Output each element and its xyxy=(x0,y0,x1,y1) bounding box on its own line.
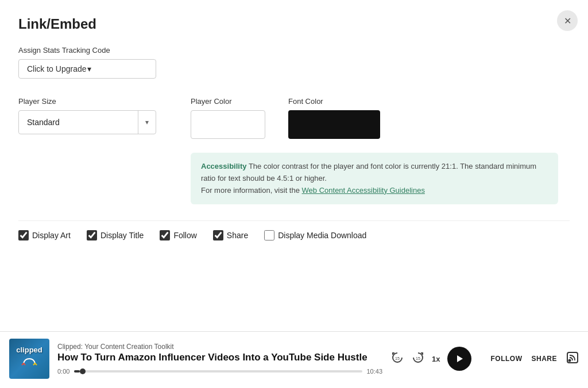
speed-button[interactable]: 1x xyxy=(432,355,440,363)
player-top: clipped Clipped: Your Content Creation T… xyxy=(9,339,579,379)
accessibility-link[interactable]: Web Content Accessibility Guidelines xyxy=(302,186,425,195)
settings-row: Player Size Standard ▾ Player Color Font… xyxy=(18,97,570,204)
player-controls: 15 15 1x xyxy=(390,347,471,371)
color-sections: Player Color Font Color Accessibility Th… xyxy=(191,97,558,204)
episode-title: How To Turn Amazon Influencer Videos Int… xyxy=(57,352,382,363)
share-checkbox[interactable] xyxy=(213,230,223,240)
share-action[interactable]: SHARE xyxy=(531,355,557,363)
album-art-inner: clipped xyxy=(9,339,49,379)
tracking-dropdown-value: Click to Upgrade xyxy=(27,64,87,73)
share-label: Share xyxy=(227,231,248,240)
rss-icon[interactable] xyxy=(566,351,579,367)
font-color-swatch[interactable] xyxy=(288,110,380,139)
accessibility-bold: Accessibility xyxy=(201,162,247,170)
svg-marker-2 xyxy=(457,355,463,362)
checkbox-display-art: Display Art xyxy=(18,230,71,240)
svg-text:15: 15 xyxy=(416,356,420,360)
player-size-label: Player Size xyxy=(18,97,156,106)
player-right-actions: FOLLOW SHARE xyxy=(491,351,579,367)
player-size-value: Standard xyxy=(19,112,138,133)
progress-fill xyxy=(74,370,80,373)
follow-checkbox[interactable] xyxy=(160,230,170,240)
album-art-text: clipped xyxy=(16,346,42,373)
player-preview: clipped Clipped: Your Content Creation T… xyxy=(0,331,588,388)
display-title-label: Display Title xyxy=(100,231,144,240)
album-art: clipped xyxy=(9,339,49,379)
svg-point-4 xyxy=(569,359,571,361)
player-color-input[interactable] xyxy=(191,110,265,139)
tracking-dropdown[interactable]: Click to Upgrade ▾ xyxy=(18,59,156,79)
accessibility-message: The color contrast for the player and fo… xyxy=(201,162,536,183)
checkbox-share: Share xyxy=(213,230,248,240)
chevron-down-icon: ▾ xyxy=(87,64,148,73)
follow-action[interactable]: FOLLOW xyxy=(491,355,523,363)
display-art-label: Display Art xyxy=(32,231,71,240)
checkbox-display-media-download: Display Media Download xyxy=(264,230,366,240)
player-inner: clipped Clipped: Your Content Creation T… xyxy=(9,339,579,379)
close-button[interactable]: ✕ xyxy=(557,10,578,31)
caret-down-icon[interactable]: ▾ xyxy=(138,118,156,126)
rewind-button[interactable]: 15 xyxy=(390,352,404,366)
tracking-section: Assign Stats Tracking Code Click to Upgr… xyxy=(18,46,570,79)
display-title-checkbox[interactable] xyxy=(87,230,97,240)
accessibility-notice: Accessibility The color contrast for the… xyxy=(191,153,558,204)
progress-bar[interactable] xyxy=(74,370,362,373)
font-color-label: Font Color xyxy=(288,97,380,106)
follow-label: Follow xyxy=(173,231,196,240)
player-color-section: Player Color xyxy=(191,97,265,139)
player-color-label: Player Color xyxy=(191,97,265,106)
font-color-section: Font Color xyxy=(288,97,380,139)
svg-text:15: 15 xyxy=(395,356,400,360)
player-info: Clipped: Your Content Creation Toolkit H… xyxy=(57,343,382,375)
close-icon: ✕ xyxy=(564,15,571,26)
display-media-download-checkbox[interactable] xyxy=(264,230,274,240)
tracking-label: Assign Stats Tracking Code xyxy=(18,46,570,55)
podcast-name: Clipped: Your Content Creation Toolkit xyxy=(57,343,382,351)
display-media-download-label: Display Media Download xyxy=(278,231,366,240)
checkbox-follow: Follow xyxy=(160,230,196,240)
checkboxes-row: Display Art Display Title Follow Share D… xyxy=(18,220,570,240)
modal: ✕ Link/Embed Assign Stats Tracking Code … xyxy=(0,0,588,388)
accessibility-link-prefix: For more information, visit the xyxy=(201,186,302,195)
checkbox-display-title: Display Title xyxy=(87,230,144,240)
progress-row: 0:00 10:43 xyxy=(57,368,382,375)
display-art-checkbox[interactable] xyxy=(18,230,29,240)
player-size-section: Player Size Standard ▾ xyxy=(18,97,156,134)
modal-title: Link/Embed xyxy=(18,16,570,32)
progress-dot xyxy=(80,368,86,374)
forward-button[interactable]: 15 xyxy=(411,352,425,366)
player-size-select[interactable]: Standard ▾ xyxy=(18,110,156,134)
color-inputs-row: Player Color Font Color xyxy=(191,97,558,139)
time-total: 10:43 xyxy=(367,368,383,375)
time-current: 0:00 xyxy=(57,368,69,375)
play-button[interactable] xyxy=(447,347,471,371)
